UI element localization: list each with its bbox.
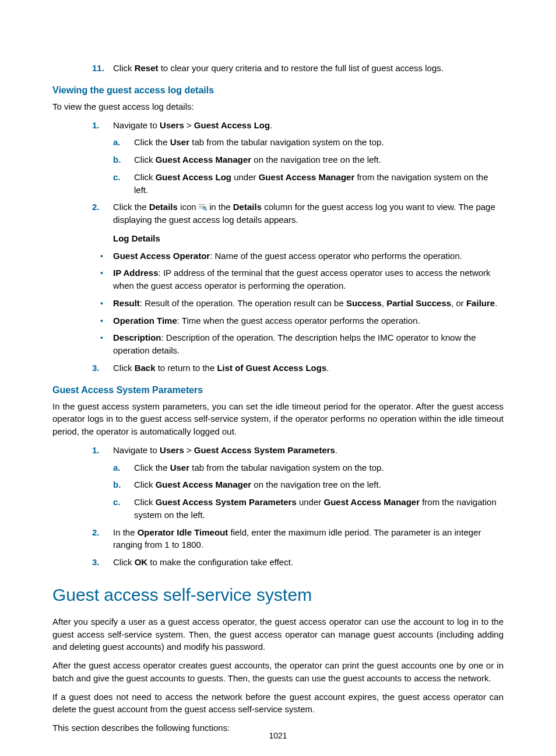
text: icon (178, 202, 199, 212)
heading-guest-access-system-parameters: Guest Access System Parameters (52, 385, 504, 396)
step-number: 1. (92, 444, 100, 457)
bold: OK (135, 557, 148, 567)
bold: Back (135, 363, 156, 373)
text: Click (134, 497, 156, 507)
step-3: 3. Click Back to return to the List of G… (92, 362, 504, 374)
heading-viewing-guest-access-log-details: Viewing the guest access log details (52, 85, 504, 96)
bullet-ip: IP Address: IP address of the terminal t… (92, 267, 504, 292)
bold: Result (113, 298, 140, 308)
text: , (382, 298, 386, 308)
text: tab from the tabular navigation system o… (189, 137, 384, 147)
text: . (326, 363, 329, 373)
text: Navigate to (113, 445, 160, 455)
text: Click (113, 63, 135, 73)
text: tab from the tabular navigation system o… (189, 463, 384, 473)
bold: Guest Access Manager (156, 480, 252, 489)
details-icon (199, 201, 207, 208)
step-1: 1. Navigate to Users > Guest Access Syst… (92, 444, 504, 522)
text: : IP address of the terminal that the gu… (113, 268, 491, 290)
step-number: 1. (92, 119, 100, 132)
text: In the (113, 527, 138, 537)
text: Click (113, 557, 135, 567)
substep-c: c. Click Guest Access System Parameters … (113, 496, 504, 522)
text: : Time when the guest access operator pe… (177, 316, 420, 326)
text: : Name of the guest access operator who … (210, 251, 462, 261)
bold: Users (160, 120, 184, 130)
bold: Reset (135, 63, 159, 73)
bold: Guest Access Operator (113, 251, 210, 261)
text: Click (134, 480, 156, 489)
params-intro: In the guest access system parameters, y… (52, 400, 504, 438)
bold: Guest Access Log (194, 120, 270, 130)
step-11: 11. Click Reset to clear your query crit… (92, 62, 504, 75)
text: , or (451, 298, 466, 308)
bold: Failure (466, 298, 495, 308)
bold: Operation Time (113, 316, 177, 326)
self-service-p2: After the guest access operator creates … (52, 659, 504, 685)
intro-text: To view the guest access log details: (52, 100, 504, 113)
bold: Guest Access System Parameters (194, 445, 335, 455)
bold: Description (113, 332, 161, 342)
svg-rect-0 (199, 204, 205, 205)
text: > (184, 120, 194, 130)
text: Click (134, 155, 156, 164)
step-1: 1. Navigate to Users > Guest Access Log.… (92, 119, 504, 197)
substep-b: b. Click Guest Access Manager on the nav… (113, 153, 504, 166)
page-number: 1021 (0, 731, 556, 740)
bold: Success (346, 298, 382, 308)
heading-guest-access-self-service-system: Guest access self-service system (52, 585, 504, 605)
bold: Guest Access System Parameters (156, 497, 297, 507)
bold: Details (149, 202, 178, 212)
log-details-heading: Log Details (113, 232, 504, 245)
step-2: 2. In the Operator Idle Timeout field, e… (92, 526, 504, 552)
bold: Partial Success (386, 298, 451, 308)
text: to make the configuration take effect. (147, 557, 293, 567)
step-number: 3. (92, 362, 100, 374)
step-number: 3. (92, 556, 100, 569)
text: Click the (134, 137, 170, 147)
substep-mark: c. (113, 171, 121, 184)
substep-mark: a. (113, 461, 121, 474)
text: Click (113, 363, 135, 373)
step-number: 2. (92, 201, 100, 214)
bold: Guest Access Manager (156, 155, 252, 164)
bullet-description: Description: Description of the operatio… (92, 331, 504, 357)
text: . (335, 445, 337, 455)
bullet-result: Result: Result of the operation. The ope… (92, 297, 504, 310)
text: Click the (113, 202, 149, 212)
bold: Details (233, 202, 262, 212)
substep-a: a. Click the User tab from the tabular n… (113, 136, 504, 149)
params-steps: 1. Navigate to Users > Guest Access Syst… (92, 444, 504, 569)
text: : Result of the operation. The operation… (140, 298, 346, 308)
text: on the navigation tree on the left. (251, 155, 381, 164)
bold: Guest Access Manager (323, 497, 420, 507)
log-details-bullets: Guest Access Operator: Name of the guest… (92, 250, 504, 357)
bold: IP Address (113, 268, 159, 278)
text: under (297, 497, 324, 507)
bold: List of Guest Access Logs (217, 363, 326, 373)
bold: Guest Access Manager (259, 172, 355, 182)
step-number: 2. (92, 526, 100, 539)
text: in the (207, 202, 233, 212)
text: to clear your query criteria and to rest… (159, 63, 444, 73)
text: > (184, 445, 194, 455)
text: . (495, 298, 497, 308)
text: to return to the (156, 363, 217, 373)
bullet-operation-time: Operation Time: Time when the guest acce… (92, 314, 504, 327)
step-3: 3. Click OK to make the configuration ta… (92, 556, 504, 569)
substep-mark: b. (113, 478, 121, 491)
text: Navigate to (113, 120, 160, 130)
substep-mark: c. (113, 496, 121, 509)
substep-mark: b. (113, 153, 121, 166)
text: on the navigation tree on the left. (251, 480, 381, 489)
text: : Description of the operation. The desc… (113, 332, 476, 355)
self-service-p3: If a guest does not need to access the n… (52, 691, 504, 716)
bold: Operator Idle Timeout (138, 527, 228, 537)
substeps: a. Click the User tab from the tabular n… (113, 136, 504, 196)
view-steps: 1. Navigate to Users > Guest Access Log.… (92, 119, 504, 245)
substeps: a. Click the User tab from the tabular n… (113, 461, 504, 522)
substep-mark: a. (113, 136, 121, 149)
substep-c: c. Click Guest Access Log under Guest Ac… (113, 171, 504, 197)
step-number: 11. (92, 62, 104, 75)
bullet-operator: Guest Access Operator: Name of the guest… (92, 250, 504, 262)
